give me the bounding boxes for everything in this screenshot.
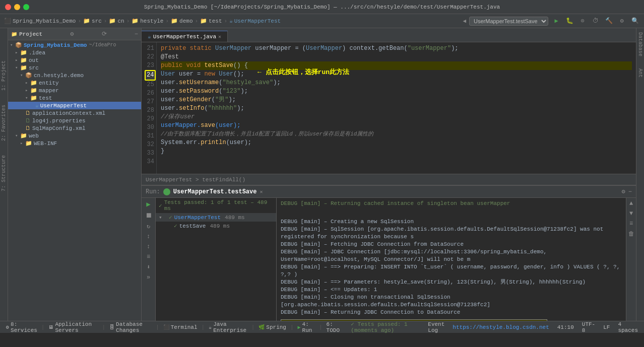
- debug-button[interactable]: 🐛: [564, 16, 574, 26]
- run-wrap-button[interactable]: ≡: [629, 220, 633, 227]
- run-body: ▶ ⏹ ↻ ↕ ↕ ≡ ⬇ » ✓ Tests passed: 1 of 1 t…: [142, 198, 636, 321]
- run-minimize-icon[interactable]: −: [628, 188, 632, 195]
- side-tab-project[interactable]: 1: Project: [0, 58, 8, 93]
- run-label: Run:: [146, 188, 160, 195]
- status-line-sep[interactable]: LF: [601, 324, 612, 330]
- run-sort-button[interactable]: ↕: [147, 243, 150, 250]
- run-expand-button[interactable]: ⬇: [147, 263, 150, 271]
- back-button[interactable]: ◀: [463, 18, 466, 24]
- status-url[interactable]: https://hestyle.blog.csdn.net: [450, 324, 551, 330]
- status-event-log[interactable]: Event Log: [426, 321, 446, 333]
- run-rerun-button[interactable]: ↻: [147, 223, 150, 230]
- build-button[interactable]: 🔨: [604, 16, 614, 26]
- run-more-button[interactable]: »: [147, 274, 150, 281]
- status-db-changes[interactable]: 🗄 Database Changes: [107, 321, 154, 333]
- window-controls[interactable]: [5, 4, 29, 10]
- run-output: DEBUG [main] – Returning cached instance…: [277, 198, 626, 321]
- tree-test[interactable]: ▾ 📁 test: [8, 94, 141, 102]
- run-scroll-up[interactable]: ▲: [629, 200, 633, 207]
- tree-log4j[interactable]: 🗋 log4j.properties: [8, 117, 141, 124]
- tree-src[interactable]: ▾ 📁 src: [8, 64, 141, 72]
- status-encoding[interactable]: UTF-8: [580, 321, 597, 333]
- status-tests-passed: ✓ Tests passed: 1 (moments ago): [351, 321, 424, 333]
- tab-close-button[interactable]: ✕: [218, 34, 221, 40]
- tree-user-mapper-test[interactable]: ☕ UserMapperTest: [8, 102, 141, 109]
- tree-app-context[interactable]: 🗋 applicationContext.xml: [8, 109, 141, 117]
- nav-demo[interactable]: 📁 demo: [171, 18, 192, 24]
- run-tab[interactable]: UserMapperTest.testSave: [173, 188, 257, 195]
- side-ant-tab[interactable]: Ant: [637, 68, 643, 78]
- status-todo[interactable]: 6: TODO: [325, 321, 345, 333]
- editor-breadcrumb: UserMapperTest > testFindAll(): [142, 174, 636, 185]
- run-tree-button[interactable]: ≡: [147, 253, 150, 260]
- run-tests-header: ✓ Tests passed: 1 of 1 test – 489 ms: [156, 198, 276, 213]
- status-spaces[interactable]: 4 spaces: [616, 321, 640, 333]
- nav-test[interactable]: 📁 test: [200, 18, 222, 24]
- code-lines[interactable]: private static UserMapper userMapper = (…: [157, 42, 636, 174]
- run-stop-button[interactable]: ⏹: [145, 212, 152, 220]
- tree-idea[interactable]: ▸ 📁 .idea: [8, 49, 141, 56]
- coverage-button[interactable]: ⊙: [577, 16, 588, 26]
- tab-user-mapper-test[interactable]: ☕ UserMapperTest.java ✕: [142, 31, 228, 42]
- tree-entity[interactable]: ▸ 📁 entity: [8, 79, 141, 87]
- run-panel: Run: UserMapperTest.testSave ✕ ⚙ − ▶ ⏹ ↻…: [142, 185, 636, 321]
- status-spring[interactable]: 🌿 Spring: [256, 324, 288, 330]
- run-play-button[interactable]: ▶: [146, 200, 150, 209]
- collapse-icon[interactable]: −: [135, 31, 138, 38]
- search-button[interactable]: 🔍: [630, 16, 640, 26]
- statusbar: ⚙ 8: Services | 🖥 Application Servers | …: [0, 321, 644, 333]
- run-output-line0: DEBUG [main] – Returning cached instance…: [281, 200, 622, 207]
- side-tab-structure[interactable]: 7: Structure: [0, 153, 8, 193]
- project-panel: 📁 Project ⚙ ⟳ − ▾ 📦 Spring_Mybatis_Demo …: [8, 28, 142, 321]
- run-clear-button[interactable]: 🗑: [628, 230, 634, 238]
- status-position[interactable]: 41:10: [555, 324, 576, 330]
- side-tab-favorites[interactable]: 2: Favorites: [0, 103, 8, 143]
- minimize-button[interactable]: [14, 4, 20, 10]
- settings-button[interactable]: ⚙: [617, 16, 627, 26]
- window-title: Spring_Mybatis_Demo [~/IdeaProjects/Spri…: [144, 4, 500, 10]
- tree-web[interactable]: ▾ 📁 web: [8, 132, 141, 140]
- nav-file[interactable]: ☕ UserMapperTest: [229, 18, 281, 24]
- tree-mapper[interactable]: ▸ 📁 mapper: [8, 87, 141, 94]
- run-tab-close[interactable]: ✕: [260, 189, 263, 195]
- run-header: Run: UserMapperTest.testSave ✕ ⚙ −: [142, 186, 636, 198]
- run-output-line8: DEBUG [main] – Closing non transactional…: [281, 294, 622, 309]
- project-title: Project: [19, 31, 42, 37]
- run-output-line2: DEBUG [main] – SqlSession [org.apache.ib…: [281, 226, 622, 241]
- status-services[interactable]: ⚙ 8: Services: [4, 321, 39, 333]
- run-output-line9: DEBUG [main] – Returning JDBC Connection…: [281, 309, 622, 316]
- nav-project[interactable]: ⬛ Spring_Mybatis_Demo: [4, 18, 76, 24]
- run-output-blank: [281, 210, 622, 217]
- tree-out[interactable]: ▸ 📁 out: [8, 56, 141, 64]
- status-run[interactable]: ▶ 4: Run: [296, 321, 317, 333]
- profile-button[interactable]: ⏱: [591, 16, 601, 26]
- run-tree-root[interactable]: ▾ ✓ UserMapperTest 489 ms: [156, 213, 276, 222]
- code-editor: 21 22 23 24 25 26 27 28 29 30 31 32 33 3…: [142, 42, 636, 185]
- tree-webinf[interactable]: ▸ 📁 WEB-INF: [8, 140, 141, 147]
- tree-sql-map[interactable]: 🗋 SqlMapConfig.xml: [8, 124, 141, 132]
- run-left-toolbar: ▶ ⏹ ↻ ↕ ↕ ≡ ⬇ »: [142, 198, 156, 321]
- status-java-enterprise[interactable]: ☕ Java Enterprise: [207, 321, 249, 333]
- maximize-button[interactable]: [23, 4, 29, 10]
- run-scroll-down[interactable]: ▼: [629, 210, 633, 217]
- run-config-select[interactable]: UserMapperTest.testSave: [469, 17, 548, 26]
- status-app-servers[interactable]: 🖥 Application Servers: [46, 321, 100, 333]
- run-output-line5: DEBUG [main] – ==> Preparing: INSERT INT…: [281, 263, 622, 279]
- tree-root[interactable]: ▾ 📦 Spring_Mybatis_Demo ~/IdeaPro: [8, 41, 141, 49]
- nav-hestyle[interactable]: 📁 hestyle: [132, 18, 163, 24]
- gear-icon[interactable]: ⚙: [70, 30, 74, 38]
- run-filter-button[interactable]: ↕: [147, 233, 150, 240]
- sync-icon[interactable]: ⟳: [102, 30, 107, 38]
- titlebar: Spring_Mybatis_Demo [~/IdeaProjects/Spri…: [0, 0, 644, 14]
- tree-package[interactable]: ▾ 📦 cn.hestyle.demo: [8, 72, 141, 79]
- run-output-line7: DEBUG [main] – <== Updates: 1: [281, 286, 622, 294]
- run-tree-test-save[interactable]: ✓ testSave 489 ms: [156, 222, 276, 230]
- run-settings-icon[interactable]: ⚙: [622, 188, 625, 195]
- nav-src[interactable]: 📁 src: [83, 18, 102, 24]
- side-database-tab[interactable]: Database: [637, 32, 643, 56]
- run-button[interactable]: ▶: [551, 16, 561, 26]
- right-side-panel: Database Ant: [636, 28, 644, 321]
- status-terminal[interactable]: ⬛ Terminal: [161, 324, 200, 330]
- nav-cn[interactable]: 📁 cn: [109, 18, 124, 24]
- close-button[interactable]: [5, 4, 11, 10]
